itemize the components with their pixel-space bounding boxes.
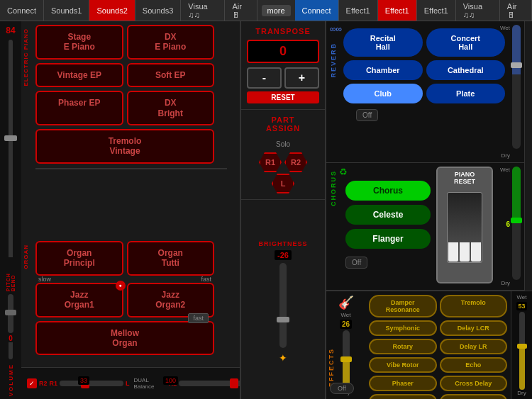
effect-btn-cross-delay[interactable]: Cross Delay: [440, 376, 508, 391]
effect-btn-echo[interactable]: Echo: [440, 357, 508, 373]
effect-btn-damper-resonance[interactable]: DamperResonance: [369, 295, 437, 317]
chorus-btn-chorus[interactable]: Chorus: [345, 181, 431, 201]
sound-btn-stage-epiano[interactable]: StageE Piano: [35, 25, 123, 60]
effects-right-thumb[interactable]: [517, 344, 527, 349]
reverb-btn-chamber[interactable]: Chamber: [343, 60, 423, 80]
split-balance-track[interactable]: [179, 381, 243, 386]
fast-badge: fast: [188, 313, 209, 323]
nav-tab-connect-left[interactable]: Connect: [0, 0, 44, 21]
brightness-slider[interactable]: [279, 263, 287, 348]
pitch-bend-slider[interactable]: [8, 294, 13, 333]
effects-right-slider[interactable]: [519, 312, 525, 390]
transpose-section: TRANSPOSE 0 - + RESET: [241, 21, 325, 110]
volume-label: VOLUME: [8, 364, 14, 396]
chorus-wet-fill: [512, 167, 521, 223]
sound-btn-soft-ep[interactable]: Soft EP: [127, 63, 215, 87]
nav-tab-visua-right[interactable]: Visua ♫♫: [456, 0, 500, 21]
organ-section-label: ORGAN: [23, 245, 29, 269]
nav-tab-effect1a[interactable]: Effect1: [339, 0, 378, 21]
nav-tab-effect1c[interactable]: Effect1: [417, 0, 456, 21]
chorus-btn-flanger[interactable]: Flanger: [345, 229, 431, 249]
sound-btn-dx-epiano[interactable]: DXE Piano: [127, 25, 215, 60]
effects-thumb[interactable]: [340, 356, 352, 362]
transpose-title: TRANSPOSE: [247, 27, 319, 35]
reverb-btn-concert-hall[interactable]: ConcertHall: [426, 28, 506, 57]
reverb-slider-thumb[interactable]: [511, 62, 522, 68]
mid-panel: TRANSPOSE 0 - + RESET PARTASSIGN Solo R1…: [241, 21, 326, 399]
reverb-btn-club[interactable]: Club: [343, 84, 423, 103]
effects-right-dry: Dry: [517, 390, 526, 396]
reverb-btn-plate[interactable]: Plate: [426, 84, 506, 103]
chorus-slider-thumb[interactable]: [511, 218, 522, 223]
chorus-off-btn[interactable]: Off: [345, 257, 367, 269]
effect-btn-phaser[interactable]: Phaser: [369, 376, 437, 391]
sound-btn-tremolo-vintage[interactable]: TremoloVintage: [35, 129, 214, 164]
sound-btn-organ-principl[interactable]: OrganPrincipl: [35, 241, 123, 276]
split-balance-knob[interactable]: [230, 378, 238, 388]
hex-btn-r1[interactable]: R1: [259, 152, 282, 172]
part-assign-title: PARTASSIGN: [247, 116, 319, 133]
sound-btn-phaser-ep[interactable]: Phaser EP: [35, 91, 123, 125]
effect-btn-auto-wah[interactable]: Auto Wah: [369, 394, 437, 399]
reverb-btn-cathedral[interactable]: Cathedral: [426, 60, 506, 80]
nav-tab-connect-right[interactable]: Connect: [295, 0, 339, 21]
reverb-grid: RecitalHall ConcertHall Chamber Cathedra…: [342, 27, 506, 105]
transpose-plus-btn[interactable]: +: [284, 67, 319, 89]
effects-right-value: 53: [516, 302, 526, 310]
effects-section: 🎸 Wet 26 Dry EFFECTS DamperResonance Tre…: [326, 291, 532, 399]
reverb-off-btn[interactable]: Off: [356, 109, 378, 121]
nav-tab-sounds3[interactable]: Sounds3: [135, 0, 181, 21]
transpose-minus-btn[interactable]: -: [247, 67, 282, 89]
effects-right-wet: Wet: [516, 294, 526, 300]
ep-section-label: ELECTRIC PIANO: [23, 28, 29, 86]
pitch-bend-thumb[interactable]: [5, 310, 16, 315]
effect-btn-tremolo[interactable]: Tremolo: [440, 295, 508, 317]
chorus-section: CHORUS ♻ Chorus Celeste Flanger Off Wet …: [326, 163, 525, 291]
pitch-bend-zero: 0: [9, 335, 13, 342]
effect-btn-symphonic[interactable]: Symphonic: [369, 320, 437, 336]
effect-btn-delay-lr[interactable]: Delay LR: [440, 339, 508, 354]
chorus-wet-label: Wet: [500, 167, 510, 173]
effects-off-btn[interactable]: Off: [330, 383, 354, 394]
transpose-reset-btn[interactable]: RESET: [247, 91, 319, 103]
fast-label: fast: [201, 276, 211, 283]
sound-btn-dx-bright[interactable]: DXBright: [127, 91, 215, 125]
hex-btn-r2[interactable]: R2: [284, 152, 307, 172]
nav-tab-sounds2[interactable]: Sounds2: [89, 0, 135, 21]
hex-row-bottom: L: [272, 174, 294, 193]
main-content: 84 VOLUME ELECTRIC PIANO StageE Piano DX…: [0, 21, 532, 399]
sound-btn-jazz-organ2[interactable]: JazzOrgan2: [127, 283, 215, 317]
volume-thumb[interactable]: [4, 135, 17, 141]
nav-tab-air-right[interactable]: Air 🎚: [500, 0, 532, 21]
chorus-wet-dry-slider[interactable]: [512, 167, 521, 280]
brightness-thumb[interactable]: [277, 317, 289, 322]
effect-btn-vibe-rotor[interactable]: Vibe Rotor: [369, 357, 437, 373]
nav-tab-air-left[interactable]: Air 🎚: [225, 0, 257, 21]
dual-balance-track[interactable]: [60, 381, 123, 386]
effect-btn-delay-lcr[interactable]: Delay LCR: [440, 320, 508, 336]
more-button[interactable]: more: [262, 5, 291, 16]
reverb-section: ∞∞ REVERB RecitalHall ConcertHall Chambe…: [326, 21, 525, 163]
effect-btn-auto-pan[interactable]: Auto Pan: [440, 394, 508, 399]
sound-btn-vintage-ep[interactable]: Vintage EP: [35, 63, 123, 87]
chorus-label: CHORUS: [330, 170, 337, 206]
piano-reset-area[interactable]: PIANORESET: [436, 167, 493, 283]
effects-slider[interactable]: [343, 330, 350, 386]
effects-value: 26: [340, 320, 352, 329]
sound-btn-jazz-organ1[interactable]: JazzOrgan1●: [35, 283, 123, 317]
chorus-dry-label: Dry: [501, 280, 510, 286]
nav-tab-effect1b[interactable]: Effect1: [378, 0, 417, 21]
sound-btn-organ-tutti[interactable]: OrganTutti: [127, 241, 215, 276]
chorus-btn-celeste[interactable]: Celeste: [345, 205, 431, 225]
organ-speed-labels: slow fast: [35, 276, 214, 283]
nav-tab-visua-left[interactable]: Visua ♫♫: [181, 0, 225, 21]
nav-tab-sounds1[interactable]: Sounds1: [44, 0, 89, 21]
reverb-wet-dry-slider[interactable]: [512, 25, 521, 149]
hexagon-container: R1 R2 L: [247, 152, 319, 193]
effect-btn-rotary[interactable]: Rotary: [369, 339, 437, 354]
sound-btn-mellow-organ[interactable]: MellowOrgan: [35, 321, 214, 356]
checkbox-icon[interactable]: ✓: [27, 378, 37, 388]
reverb-btn-recital-hall[interactable]: RecitalHall: [343, 28, 423, 57]
hex-btn-l[interactable]: L: [272, 174, 294, 193]
effects-right-fill: [519, 347, 525, 390]
